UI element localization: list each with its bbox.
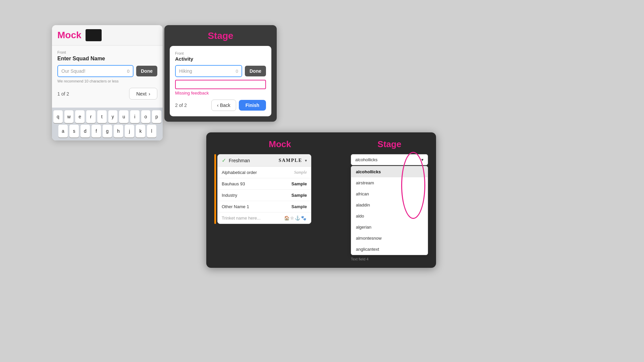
selected-font-sample: SAMPLE [279,158,302,163]
font-sample-bauhaus: Sample [291,181,307,186]
font-sample-industry: Sample [291,193,307,198]
stage-card: Front Activity Hiking 0 Done Missing fee… [170,46,271,116]
pagination-row: 1 of 2 Next › [57,88,157,100]
key-y[interactable]: y [108,110,118,123]
bottom-stage-section: Stage alcohollicks ▾ alcohollicks airstr… [351,139,428,261]
activity-label: Front [175,51,266,55]
font-item-bauhaus[interactable]: Bauhaus 93 Sample [218,178,311,190]
key-i[interactable]: i [130,110,140,123]
missing-feedback-text: Missing feedback [175,90,266,96]
avatar [86,29,102,41]
trinket-row[interactable]: Trinket name here... 🏠☆⚓🐾 [218,213,311,224]
font-name-other1: Other Name 1 [222,204,249,209]
activity-placeholder: Hiking [179,68,192,74]
page-indicator: 1 of 2 [57,91,69,97]
bottom-comparison-panel: Mock ✓ Freshman SAMPLE ▾ Alphabetical or… [206,132,436,268]
activity-done-button[interactable]: Done [245,66,266,76]
activity-input-row: Hiking 0 Done [175,65,266,77]
font-name-alphabetical: Alphabetical order [222,170,257,175]
stage-page-indicator: 2 of 2 [175,103,187,108]
field-label: Front [57,50,157,54]
activity-char-count: 0 [236,69,238,74]
font-dropdown-menu: alcohollicks airstream african aladdin a… [351,166,428,255]
key-q[interactable]: q [53,110,63,123]
keyboard: q w e r t y u i o p a s d f g h j k l [52,108,163,140]
key-t[interactable]: t [97,110,107,123]
font-list-card: ✓ Freshman SAMPLE ▾ Alphabetical order S… [217,154,311,224]
squad-name-input[interactable]: Our Squad! 0 [57,65,133,77]
checkmark-icon: ✓ [222,157,226,164]
key-g[interactable]: g [103,125,112,137]
font-name-industry: Industry [222,193,237,198]
font-sample-alphabetical: Sample [294,170,307,175]
selected-font-name: Freshman [229,158,276,163]
key-j[interactable]: j [125,125,134,137]
stage-pagination-row: 2 of 2 ‹ Back Finish [175,100,266,111]
chevron-right-icon: › [149,91,150,97]
hint-text: We recommend 10 characters or less [57,79,157,83]
bottom-mock-section: Mock ✓ Freshman SAMPLE ▾ Alphabetical or… [214,139,345,261]
dropdown-item-algerian[interactable]: algerian [351,222,428,233]
dropdown-item-almontesnow[interactable]: almontesnow [351,233,428,244]
keyboard-row-2: a s d f g h j k l [53,125,161,137]
back-label: Back [220,103,230,108]
nav-buttons: ‹ Back Finish [211,100,266,111]
key-a[interactable]: a [58,125,68,137]
mock-panel: Mock Front Enter Squad Name Our Squad! 0… [52,25,163,140]
key-e[interactable]: e [75,110,85,123]
finish-button[interactable]: Finish [239,100,266,111]
key-d[interactable]: d [80,125,90,137]
dropdown-item-alcohollicks[interactable]: alcohollicks [351,166,428,177]
key-o[interactable]: o [141,110,151,123]
back-button[interactable]: ‹ Back [211,100,236,111]
dropdown-arrow-icon: ▾ [305,158,307,163]
text-field-label: Text field 4 [351,257,428,261]
font-dropdown-select[interactable]: alcohollicks ▾ [351,154,428,165]
orange-bar [214,154,216,224]
squad-input-placeholder: Our Squad! [61,68,86,74]
activity-title: Activity [175,56,266,62]
key-s[interactable]: s [69,125,79,137]
key-k[interactable]: k [136,125,145,137]
char-count: 0 [127,69,129,74]
font-list-wrapper: ✓ Freshman SAMPLE ▾ Alphabetical order S… [214,154,345,224]
dropdown-item-aldo[interactable]: aldo [351,210,428,222]
key-l[interactable]: l [147,125,156,137]
next-label: Next [136,91,147,97]
chevron-left-icon: ‹ [217,103,219,108]
feedback-input[interactable] [175,80,266,89]
dropdown-chevron-icon: ▾ [421,157,424,162]
font-item-other1[interactable]: Other Name 1 Sample [218,201,311,213]
stage-title: Stage [170,31,271,41]
dropdown-item-aladdin[interactable]: aladdin [351,199,428,210]
key-p[interactable]: p [152,110,161,123]
key-h[interactable]: h [114,125,123,137]
mock-title: Mock [57,30,82,41]
key-w[interactable]: w [64,110,74,123]
activity-input[interactable]: Hiking 0 [175,65,242,77]
font-sample-other1: Sample [291,204,307,209]
dropdown-item-anglicantext[interactable]: anglicantext [351,244,428,255]
dropdown-item-airstream[interactable]: airstream [351,177,428,188]
font-name-bauhaus: Bauhaus 93 [222,181,245,186]
squad-input-row: Our Squad! 0 Done [57,65,157,77]
dropdown-selected-value: alcohollicks [355,157,377,162]
font-list-header[interactable]: ✓ Freshman SAMPLE ▾ [218,155,311,167]
mock-panel-header: Mock [52,25,163,46]
mock-panel-body: Front Enter Squad Name Our Squad! 0 Done… [52,46,163,108]
bottom-mock-title: Mock [214,139,345,149]
font-item-industry[interactable]: Industry Sample [218,190,311,201]
field-title: Enter Squad Name [57,56,157,62]
trinket-icons: 🏠☆⚓🐾 [284,216,307,221]
next-button[interactable]: Next › [129,88,157,100]
keyboard-row-1: q w e r t y u i o p [53,110,161,123]
key-f[interactable]: f [92,125,101,137]
bottom-stage-title: Stage [351,139,428,149]
key-u[interactable]: u [119,110,128,123]
trinket-name: Trinket name here... [222,216,261,221]
key-r[interactable]: r [86,110,96,123]
dropdown-item-african[interactable]: african [351,188,428,199]
stage-panel: Stage Front Activity Hiking 0 Done Missi… [164,25,277,122]
done-button[interactable]: Done [136,66,157,76]
font-item-alphabetical[interactable]: Alphabetical order Sample [218,167,311,178]
